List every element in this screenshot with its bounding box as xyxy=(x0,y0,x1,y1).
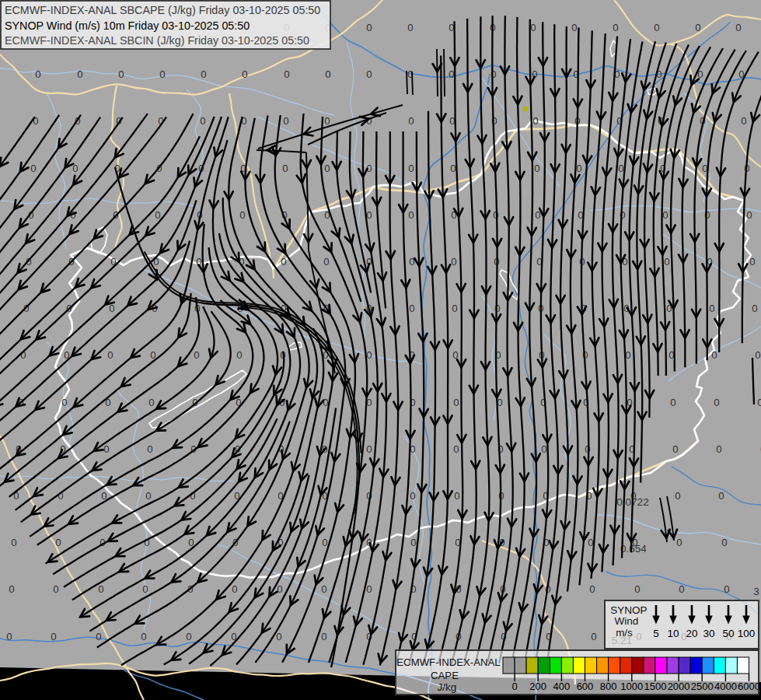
svg-text:0: 0 xyxy=(672,443,678,455)
svg-text:0: 0 xyxy=(283,115,288,127)
svg-text:0: 0 xyxy=(366,583,372,595)
svg-text:0: 0 xyxy=(321,583,326,595)
svg-text:0: 0 xyxy=(325,68,330,80)
svg-text:0: 0 xyxy=(145,490,151,502)
svg-text:20: 20 xyxy=(686,628,697,639)
svg-text:2500: 2500 xyxy=(691,681,714,692)
svg-text:0: 0 xyxy=(55,537,61,548)
svg-text:0: 0 xyxy=(201,68,206,80)
svg-text:0: 0 xyxy=(453,397,459,408)
svg-text:0: 0 xyxy=(236,349,242,361)
svg-text:0: 0 xyxy=(757,397,761,408)
svg-text:0: 0 xyxy=(35,68,40,80)
svg-text:0: 0 xyxy=(453,443,459,455)
svg-text:J/kg: J/kg xyxy=(438,681,457,693)
svg-text:5: 5 xyxy=(653,628,659,639)
svg-text:1000: 1000 xyxy=(620,681,643,692)
svg-text:0: 0 xyxy=(735,22,741,33)
svg-text:0: 0 xyxy=(451,256,456,268)
svg-text:6000: 6000 xyxy=(738,681,760,692)
svg-text:0: 0 xyxy=(408,115,414,127)
svg-text:200: 200 xyxy=(529,681,546,692)
svg-text:0: 0 xyxy=(450,163,456,174)
svg-text:0: 0 xyxy=(118,68,124,80)
svg-text:0: 0 xyxy=(147,443,152,455)
svg-text:0: 0 xyxy=(591,631,596,642)
svg-text:0: 0 xyxy=(324,115,330,127)
svg-text:0: 0 xyxy=(452,303,457,314)
svg-text:0: 0 xyxy=(679,583,684,595)
svg-text:0: 0 xyxy=(576,163,581,174)
svg-text:1500: 1500 xyxy=(644,681,666,692)
svg-text:0: 0 xyxy=(366,22,372,33)
svg-text:0: 0 xyxy=(11,537,16,548)
svg-text:0: 0 xyxy=(155,209,160,221)
svg-text:0: 0 xyxy=(366,443,372,455)
svg-text:2000: 2000 xyxy=(668,681,690,692)
svg-text:0: 0 xyxy=(96,631,101,642)
svg-text:m/s: m/s xyxy=(616,627,633,639)
svg-text:0: 0 xyxy=(6,631,12,642)
svg-text:0: 0 xyxy=(408,209,414,221)
svg-text:0: 0 xyxy=(194,349,199,361)
svg-text:0: 0 xyxy=(714,397,719,408)
svg-text:0: 0 xyxy=(282,163,288,174)
svg-text:0: 0 xyxy=(718,490,724,502)
svg-text:0: 0 xyxy=(323,256,329,268)
svg-text:0: 0 xyxy=(511,681,517,692)
svg-text:0: 0 xyxy=(752,303,757,314)
svg-text:0: 0 xyxy=(9,583,14,595)
svg-text:10: 10 xyxy=(667,628,679,639)
svg-text:0: 0 xyxy=(675,490,680,502)
svg-text:0: 0 xyxy=(676,537,682,548)
svg-text:CAPE: CAPE xyxy=(431,670,459,681)
svg-text:0: 0 xyxy=(670,397,675,408)
svg-text:600: 600 xyxy=(577,681,594,692)
svg-text:0: 0 xyxy=(711,349,717,361)
svg-text:0: 0 xyxy=(410,490,415,502)
svg-text:0: 0 xyxy=(366,349,372,361)
svg-text:ECMWF-INDEX-ANAL SBCIN (J/kg): ECMWF-INDEX-ANAL SBCIN (J/kg) Friday 03-… xyxy=(5,34,309,47)
svg-text:0: 0 xyxy=(654,22,659,33)
svg-text:0: 0 xyxy=(724,583,729,595)
svg-text:0: 0 xyxy=(721,537,727,548)
svg-text:4000: 4000 xyxy=(714,681,737,692)
svg-text:50: 50 xyxy=(722,628,734,639)
svg-text:Wind: Wind xyxy=(615,615,639,627)
svg-text:3: 3 xyxy=(753,586,759,597)
svg-text:0: 0 xyxy=(51,631,56,642)
svg-text:0: 0 xyxy=(746,209,752,221)
svg-text:0: 0 xyxy=(53,583,58,595)
svg-text:0: 0 xyxy=(61,397,67,408)
svg-text:0: 0 xyxy=(571,22,577,33)
svg-text:0: 0 xyxy=(366,209,372,221)
svg-text:0: 0 xyxy=(321,631,326,642)
svg-text:0: 0 xyxy=(534,163,539,174)
svg-text:0: 0 xyxy=(30,163,36,174)
svg-text:0: 0 xyxy=(634,583,640,595)
svg-text:100: 100 xyxy=(738,628,756,639)
svg-text:0: 0 xyxy=(142,583,148,595)
svg-text:0: 0 xyxy=(98,583,103,595)
svg-text:0: 0 xyxy=(709,303,714,314)
svg-text:0: 0 xyxy=(284,68,289,80)
svg-text:0: 0 xyxy=(281,256,286,268)
svg-text:0: 0 xyxy=(277,583,282,595)
svg-text:0: 0 xyxy=(589,583,595,595)
svg-text:0: 0 xyxy=(408,163,414,174)
svg-text:0: 0 xyxy=(755,349,760,361)
svg-text:0: 0 xyxy=(532,115,538,127)
svg-text:0: 0 xyxy=(103,443,109,455)
svg-text:0: 0 xyxy=(662,209,668,221)
svg-text:0: 0 xyxy=(186,631,191,642)
svg-text:0: 0 xyxy=(242,68,247,80)
svg-text:0: 0 xyxy=(239,209,245,221)
svg-text:0: 0 xyxy=(541,443,546,455)
svg-text:SYNOP: SYNOP xyxy=(610,604,647,616)
svg-text:0: 0 xyxy=(449,68,454,80)
svg-text:400: 400 xyxy=(553,681,571,692)
svg-text:0: 0 xyxy=(409,303,414,314)
svg-text:ECMWF-INDEX-ANAL SBCAPE (J/kg): ECMWF-INDEX-ANAL SBCAPE (J/kg) Friday 03… xyxy=(5,4,320,16)
svg-text:0: 0 xyxy=(613,22,618,33)
svg-text:0: 0 xyxy=(695,22,700,33)
